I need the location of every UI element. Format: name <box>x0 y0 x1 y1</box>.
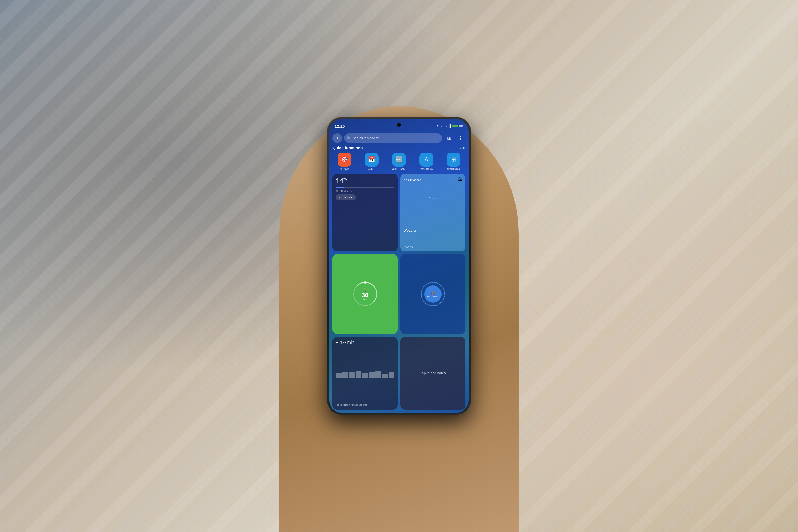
weather-dot: • — <box>403 195 462 201</box>
screentime-bars <box>336 369 395 379</box>
phone-body: 12:25 N ∗ ∿ ▐ 100 <box>327 117 471 415</box>
bar-9 <box>388 373 395 378</box>
add-button[interactable]: + <box>332 133 342 143</box>
bar-1 <box>336 373 342 378</box>
optimize-text: Tap to optim... <box>427 296 439 298</box>
weather-city: No city added <box>403 178 421 182</box>
voice-trans-icon: 🔤 <box>395 156 402 163</box>
sparkle-icon: ✦ <box>437 136 439 140</box>
weather-temp: –°C/–°C <box>403 245 462 248</box>
app-icon-smart-scan: ⊞ <box>446 153 460 167</box>
status-icons: N ∗ ∿ ▐ 100 <box>437 125 463 128</box>
bar-4 <box>356 370 361 378</box>
optimize-widget[interactable]: 🚀 Tap to optim... <box>400 254 466 334</box>
weather-widget[interactable]: No city added 🌤 • — Weather –°C/–°C <box>400 174 466 251</box>
more-button[interactable]: ⋮ <box>456 133 466 143</box>
wifi-icon: ∿ <box>444 125 447 128</box>
app-item-translate-p[interactable]: A Translate P... <box>419 153 433 171</box>
bar-6 <box>369 372 375 378</box>
app-item-wannian[interactable]: 📅 万年历 <box>365 153 379 171</box>
app-label-wannian: 万年历 <box>368 168 375 171</box>
calendar-icon: ▦ <box>447 136 451 141</box>
nfc-icon: N <box>437 125 439 128</box>
bar-5 <box>362 373 368 378</box>
storage-bar-container <box>336 187 395 188</box>
wannian-icon: 📅 <box>368 156 375 163</box>
screentime-desc: Tap to obtain your app use time <box>336 403 395 406</box>
quick-functions-all-label: All <box>460 146 464 150</box>
weather-label: Weather <box>403 228 462 232</box>
smart-scan-icon: ⊞ <box>451 156 456 163</box>
bluetooth-icon: ∗ <box>440 125 443 128</box>
cleanup-icon: 🧹 <box>338 196 342 199</box>
translate-p-icon: A <box>424 156 429 163</box>
weather-top: No city added 🌤 <box>403 177 462 183</box>
notes-text: Tap to add notes <box>420 371 445 375</box>
search-icon: 🔍 <box>347 136 351 140</box>
calendar-button[interactable]: ▦ <box>444 133 454 143</box>
app-icon-kuaishou: 🎯 <box>338 153 352 167</box>
storage-bar-fill <box>336 187 344 188</box>
kuaishou-icon: 🎯 <box>341 156 348 163</box>
app-label-translate-p: Translate P... <box>419 168 433 170</box>
storage-label: 38.3 GB/256 GB <box>336 190 395 192</box>
bar-2 <box>342 372 348 379</box>
steps-count: 30 <box>362 292 368 298</box>
battery-indicator: 100 <box>452 125 463 128</box>
app-item-smart-scan[interactable]: ⊞ Smart Scan <box>446 153 460 171</box>
phone-wrapper: 12:25 N ∗ ∿ ▐ 100 <box>324 113 474 419</box>
add-icon: + <box>336 135 339 141</box>
quick-functions-title: Quick functions <box>332 146 363 150</box>
toolbar: + 🔍 Search this device... ✦ ▦ ⋮ <box>332 133 466 143</box>
screentime-widget[interactable]: -- h -- min Tap to obtain y <box>332 337 398 410</box>
app-label-smart-scan: Smart Scan <box>447 168 460 170</box>
camera-notch <box>397 123 401 127</box>
percent-sign: % <box>343 177 347 182</box>
screen-content: + 🔍 Search this device... ✦ ▦ ⋮ <box>329 131 469 413</box>
steps-walk-icon: 🚶 <box>363 287 368 292</box>
battery-text: 100 <box>459 125 463 128</box>
steps-dot <box>364 281 366 284</box>
app-icon-voice-trans: 🔤 <box>392 153 406 167</box>
chevron-right-icon: › <box>464 146 466 150</box>
optimize-center: 🚀 Tap to optim... <box>424 285 441 303</box>
app-icon-translate-p: A <box>419 153 433 167</box>
quick-functions-all-button[interactable]: All › <box>460 146 466 150</box>
phone-screen: 12:25 N ∗ ∿ ▐ 100 <box>329 119 469 413</box>
cleanup-label: Clean up <box>343 196 353 199</box>
weather-cloud-icon: 🌤 <box>457 177 462 183</box>
widget-grid: 14% 38.3 GB/256 GB 🧹 Clean up <box>332 174 466 410</box>
steps-ring: 🚶 30 21 m <box>353 282 377 306</box>
bar-8 <box>382 374 388 379</box>
search-bar[interactable]: 🔍 Search this device... ✦ <box>344 133 442 143</box>
app-label-voice-trans: Voice Trans... <box>392 168 406 170</box>
toolbar-right: ▦ ⋮ <box>444 133 466 143</box>
app-item-voice-trans[interactable]: 🔤 Voice Trans... <box>392 153 406 171</box>
app-label-kuaishou: 快手热榜 <box>340 168 349 171</box>
rocket-icon: 🚀 <box>431 290 436 296</box>
screentime-time: -- h -- min <box>336 340 395 345</box>
search-text: Search this device... <box>353 136 435 140</box>
app-icon-wannian: 📅 <box>365 153 379 167</box>
optimize-ring: 🚀 Tap to optim... <box>420 281 445 307</box>
steps-unit: 21 m <box>363 298 367 301</box>
app-icons-row: 🎯 快手热榜 📅 万年历 🔤 Voice T <box>332 153 466 171</box>
bar-7 <box>375 371 381 378</box>
cleanup-button[interactable]: 🧹 Clean up <box>336 194 356 200</box>
battery-fill <box>453 125 458 128</box>
more-icon: ⋮ <box>459 136 463 141</box>
app-item-kuaishou[interactable]: 🎯 快手热榜 <box>338 153 352 171</box>
battery-box <box>452 125 458 128</box>
storage-widget[interactable]: 14% 38.3 GB/256 GB 🧹 Clean up <box>332 174 398 251</box>
notes-widget[interactable]: Tap to add notes <box>400 337 466 410</box>
quick-functions-header: Quick functions All › <box>332 146 466 150</box>
signal-icon: ▐ <box>449 125 451 128</box>
bar-3 <box>349 373 355 378</box>
storage-percent: 14% <box>336 177 395 185</box>
steps-widget[interactable]: 🚶 30 21 m <box>332 254 398 334</box>
status-time: 12:25 <box>335 124 345 129</box>
